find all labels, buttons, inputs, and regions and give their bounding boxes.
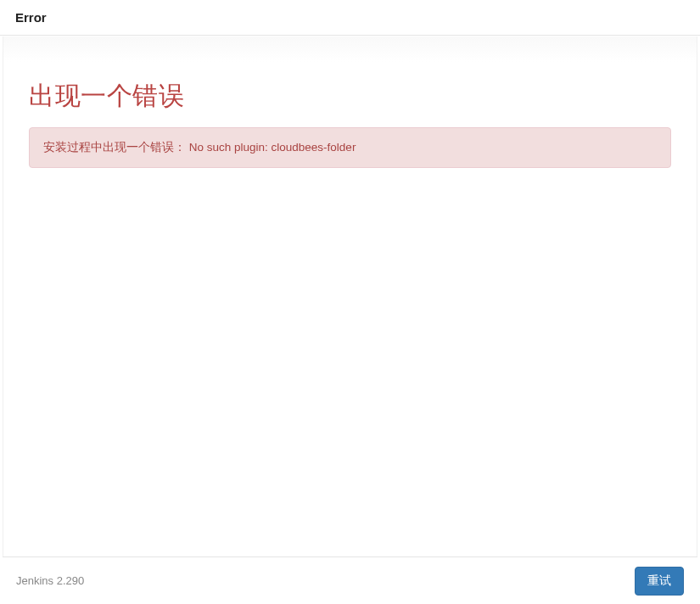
footer-version-text: Jenkins 2.290 <box>16 574 84 587</box>
error-heading: 出现一个错误 <box>29 79 671 114</box>
header-bar: Error <box>0 0 700 36</box>
content-area: 出现一个错误 安装过程中出现一个错误： No such plugin: clou… <box>3 36 697 556</box>
error-alert-box: 安装过程中出现一个错误： No such plugin: cloudbees-f… <box>29 127 671 168</box>
header-title: Error <box>15 10 685 25</box>
footer-bar: Jenkins 2.290 重试 <box>3 556 697 604</box>
error-alert-message: 安装过程中出现一个错误： No such plugin: cloudbees-f… <box>43 141 356 154</box>
retry-button[interactable]: 重试 <box>635 567 684 596</box>
